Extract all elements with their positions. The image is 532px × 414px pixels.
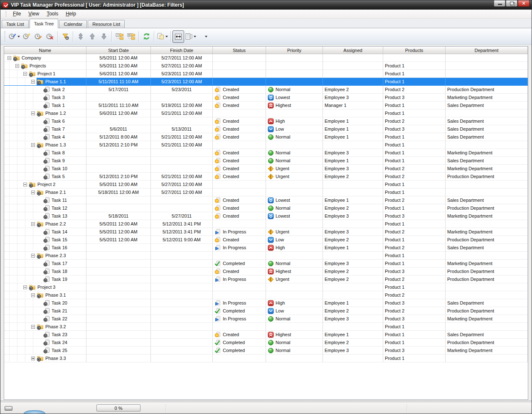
expand-toggle[interactable] bbox=[7, 56, 11, 60]
cell-name[interactable]: Task 9 bbox=[4, 157, 86, 165]
cell-finish-date[interactable]: 5/19/2011 12:00 AM bbox=[151, 102, 213, 109]
cell-name[interactable]: Task 11 bbox=[4, 196, 86, 204]
cell-products[interactable]: Product 3 bbox=[383, 299, 446, 307]
cell-name[interactable]: Phase 1.2 bbox=[4, 109, 86, 117]
tab-task-tree[interactable]: Task Tree bbox=[30, 19, 59, 28]
table-row[interactable]: Task 11 Created Lowest Employee 1 Produc… bbox=[4, 196, 528, 204]
cell-start-date[interactable]: 5/12/2011 8:00 AM bbox=[86, 133, 151, 141]
cell-start-date[interactable] bbox=[86, 291, 151, 299]
cell-assigned[interactable]: Employee 1 bbox=[323, 299, 383, 307]
cell-assigned[interactable]: Employee 2 bbox=[323, 339, 383, 347]
cell-priority[interactable]: Normal bbox=[266, 204, 323, 212]
move-up-button[interactable] bbox=[86, 30, 98, 43]
cell-name[interactable]: Project 1 bbox=[4, 70, 86, 78]
cell-start-date[interactable] bbox=[86, 299, 151, 307]
cell-assigned[interactable] bbox=[323, 181, 383, 188]
cell-finish-date[interactable] bbox=[151, 347, 213, 355]
cell-products[interactable]: Product 2 bbox=[383, 165, 446, 173]
expand-toggle[interactable] bbox=[31, 80, 35, 84]
cell-priority[interactable] bbox=[266, 78, 323, 86]
cell-department[interactable]: Marketing Department bbox=[446, 149, 528, 157]
close-button[interactable] bbox=[518, 0, 530, 7]
cell-assigned[interactable]: Employee 1 bbox=[323, 157, 383, 165]
cell-status[interactable]: Completed bbox=[213, 260, 266, 268]
cell-priority[interactable]: Urgent bbox=[266, 275, 323, 283]
cell-finish-date[interactable] bbox=[151, 117, 213, 125]
cell-products[interactable]: Product 1 bbox=[383, 252, 446, 260]
cell-priority[interactable] bbox=[266, 188, 323, 196]
cell-finish-date[interactable]: 5/27/2011 12:00 AM bbox=[151, 62, 213, 70]
cell-status[interactable]: Created bbox=[213, 331, 266, 339]
cell-priority[interactable]: Low bbox=[266, 125, 323, 133]
column-header-name[interactable]: Name bbox=[4, 47, 86, 54]
cell-start-date[interactable] bbox=[86, 339, 151, 347]
cell-department[interactable] bbox=[446, 181, 528, 188]
cell-priority[interactable] bbox=[266, 70, 323, 78]
cell-status[interactable]: In Progress bbox=[213, 299, 266, 307]
table-row[interactable]: Phase 1.2 5/6/2011 12:00 AM 5/21/2011 12… bbox=[4, 109, 528, 117]
cell-department[interactable] bbox=[446, 283, 528, 291]
cell-name[interactable]: Task 4 bbox=[4, 133, 86, 141]
cell-finish-date[interactable]: 5/12/2011 3:41 PM bbox=[151, 220, 213, 228]
table-row[interactable]: Phase 1.1 5/11/2011 11:10 AM 5/23/2011 1… bbox=[4, 78, 528, 86]
cell-assigned[interactable]: Employee 2 bbox=[323, 173, 383, 181]
cell-status[interactable] bbox=[213, 323, 266, 331]
cell-status[interactable]: Created bbox=[213, 125, 266, 133]
cell-name[interactable]: Task 20 bbox=[4, 299, 86, 307]
expand-toggle[interactable] bbox=[23, 72, 27, 76]
cell-start-date[interactable]: 5/5/2011 12:00 AM bbox=[86, 228, 151, 236]
cell-finish-date[interactable]: 5/27/2011 12:00 AM bbox=[151, 181, 213, 188]
menu-view[interactable]: View bbox=[25, 10, 43, 18]
cell-products[interactable]: Product 1 bbox=[383, 181, 446, 188]
cell-status[interactable] bbox=[213, 220, 266, 228]
table-row[interactable]: Phase 3.3 Product 1 bbox=[4, 355, 528, 362]
cell-products[interactable]: Product 1 bbox=[383, 133, 446, 141]
toolbar-overflow-button[interactable] bbox=[200, 30, 211, 43]
cell-priority[interactable]: High bbox=[266, 244, 323, 252]
cell-department[interactable]: Sales Department bbox=[446, 157, 528, 165]
table-row[interactable]: Task 4 5/12/2011 8:00 AM 5/21/2011 12:00… bbox=[4, 133, 528, 141]
table-row[interactable]: Project 2 5/5/2011 12:00 AM 5/27/2011 12… bbox=[4, 181, 528, 188]
expand-toggle[interactable] bbox=[31, 143, 35, 147]
cell-start-date[interactable]: 5/5/2011 12:00 AM bbox=[86, 54, 151, 62]
cell-status[interactable]: Created bbox=[213, 268, 266, 275]
cell-priority[interactable]: Normal bbox=[266, 157, 323, 165]
cell-priority[interactable] bbox=[266, 291, 323, 299]
cell-start-date[interactable] bbox=[86, 204, 151, 212]
cell-name[interactable]: Task 12 bbox=[4, 204, 86, 212]
cell-department[interactable]: Sales Department bbox=[446, 117, 528, 125]
cell-name[interactable]: Task 1 bbox=[4, 102, 86, 109]
table-row[interactable]: Task 12 Created Normal Employee 2 Produc… bbox=[4, 204, 528, 212]
cell-name[interactable]: Task 17 bbox=[4, 260, 86, 268]
cell-start-date[interactable]: 5/11/2011 11:10 AM bbox=[86, 102, 151, 109]
cell-priority[interactable] bbox=[266, 283, 323, 291]
cell-department[interactable]: Production Department bbox=[446, 86, 528, 94]
cell-start-date[interactable]: 5/12/2011 2:10 PM bbox=[86, 141, 151, 149]
table-row[interactable]: Company 5/5/2011 12:00 AM 5/27/2011 12:0… bbox=[4, 54, 528, 62]
cell-priority[interactable] bbox=[266, 323, 323, 331]
cell-assigned[interactable] bbox=[323, 54, 383, 62]
cell-priority[interactable]: Low bbox=[266, 307, 323, 315]
cell-priority[interactable]: Urgent bbox=[266, 228, 323, 236]
cell-products[interactable]: Product 1 bbox=[383, 323, 446, 331]
cell-name[interactable]: Phase 3.2 bbox=[4, 323, 86, 331]
cell-products[interactable]: Product 1 bbox=[383, 188, 446, 196]
new-task-button[interactable] bbox=[8, 30, 21, 43]
cell-priority[interactable] bbox=[266, 252, 323, 260]
cell-name[interactable]: Task 22 bbox=[4, 315, 86, 323]
cell-start-date[interactable] bbox=[86, 117, 151, 125]
tab-resource-list[interactable]: Resource List bbox=[88, 20, 125, 28]
cell-products[interactable]: Product 1 bbox=[383, 236, 446, 244]
table-row[interactable]: Projects 5/5/2011 12:00 AM 5/27/2011 12:… bbox=[4, 62, 528, 70]
cell-department[interactable]: Marketing Department bbox=[446, 212, 528, 220]
cell-department[interactable] bbox=[446, 62, 528, 70]
cell-products[interactable]: Product 2 bbox=[383, 196, 446, 204]
cell-products[interactable]: Product 2 bbox=[383, 86, 446, 94]
cell-assigned[interactable]: Employee 1 bbox=[323, 244, 383, 252]
cell-finish-date[interactable] bbox=[151, 94, 213, 102]
cell-priority[interactable]: High bbox=[266, 117, 323, 125]
expand-toggle[interactable] bbox=[31, 293, 35, 297]
cell-products[interactable]: Product 1 bbox=[383, 204, 446, 212]
table-row[interactable]: Task 20 In Progress High Employee 1 Prod… bbox=[4, 299, 528, 307]
cell-name[interactable]: Phase 3.1 bbox=[4, 291, 86, 299]
